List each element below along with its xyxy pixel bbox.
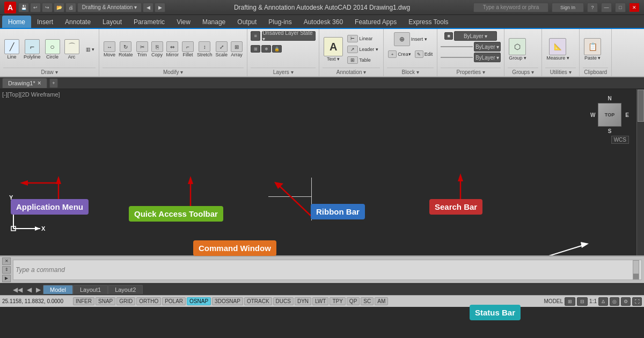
- layer-select[interactable]: Unsaved Layer State ▾: [262, 31, 316, 41]
- search-box[interactable]: Type a keyword or phra: [473, 3, 548, 12]
- tab-home[interactable]: Home: [2, 16, 31, 28]
- bylayer-color[interactable]: ByLayer ▾: [454, 31, 497, 41]
- paste-button[interactable]: 📋 Paste ▾: [583, 37, 602, 62]
- layer-lock-btn[interactable]: 🔒: [272, 45, 282, 53]
- status-3dosnap[interactable]: 3DOSNAP: [212, 297, 243, 305]
- status-ortho[interactable]: ORTHO: [136, 297, 161, 305]
- move-button[interactable]: ↔Move: [103, 40, 116, 58]
- tab-featured[interactable]: Featured Apps: [349, 16, 402, 28]
- command-scrollbar[interactable]: [633, 260, 639, 280]
- status-snap[interactable]: SNAP: [96, 297, 115, 305]
- copy-button[interactable]: ⎘Copy: [150, 40, 164, 58]
- bylayer-lw[interactable]: ByLayer ▾: [474, 53, 501, 62]
- more-draw-btn[interactable]: ▥ ▾: [85, 46, 96, 53]
- anno-vis-icon[interactable]: ◎: [610, 297, 619, 306]
- tab-layout1[interactable]: Layout1: [73, 285, 108, 294]
- array-button[interactable]: ⊞Array: [230, 40, 244, 58]
- save-icon[interactable]: 💾: [18, 3, 29, 12]
- nav-cube[interactable]: N S E W TOP WCS: [590, 95, 629, 134]
- line-button[interactable]: ╱ Line: [3, 38, 20, 61]
- layer-props-btn[interactable]: ⊞: [251, 45, 260, 53]
- nav-left-btn[interactable]: ◀◀: [11, 286, 25, 293]
- tab-autodesk360[interactable]: Autodesk 360: [298, 16, 349, 28]
- command-input-area[interactable]: [13, 260, 642, 280]
- measure-button[interactable]: 📐 Measure ▾: [545, 37, 570, 62]
- fullscreen-icon[interactable]: ⛶: [632, 297, 642, 306]
- tab-parametric[interactable]: Parametric: [128, 16, 171, 28]
- file-tab-close[interactable]: ×: [38, 79, 41, 87]
- trim-button[interactable]: ✂Trim: [135, 40, 149, 58]
- tab-layout2[interactable]: Layout2: [108, 285, 143, 294]
- minimize-icon[interactable]: —: [601, 3, 612, 12]
- status-grid[interactable]: GRID: [116, 297, 135, 305]
- status-lwt[interactable]: LWT: [312, 297, 328, 305]
- tab-manage[interactable]: Manage: [196, 16, 231, 28]
- polyline-button[interactable]: ⌐ Polyline: [23, 38, 42, 61]
- open-icon[interactable]: 📂: [54, 3, 64, 12]
- nav-prev-btn[interactable]: ◀: [25, 286, 34, 293]
- tab-view[interactable]: View: [171, 16, 196, 28]
- status-am[interactable]: AM: [375, 297, 388, 305]
- help-icon[interactable]: ?: [587, 3, 598, 12]
- status-otrack[interactable]: OTRACK: [244, 297, 272, 305]
- create-block-btn[interactable]: +Crea▾: [387, 49, 412, 59]
- fwd-icon[interactable]: ▶: [155, 3, 165, 12]
- tab-insert[interactable]: Insert: [31, 16, 59, 28]
- cube-top[interactable]: TOP: [598, 103, 621, 127]
- status-osnap[interactable]: OSNAP: [187, 297, 211, 305]
- new-tab-btn[interactable]: +: [49, 78, 58, 88]
- restore-icon[interactable]: □: [615, 3, 626, 12]
- hardware-icon[interactable]: ⚙: [621, 297, 631, 306]
- file-tab-drawing1[interactable]: Drawing1* ×: [2, 78, 47, 88]
- back-icon[interactable]: ◀: [143, 3, 153, 12]
- status-dyn[interactable]: DYN: [295, 297, 311, 305]
- circle-button[interactable]: ○ Circle: [44, 38, 61, 61]
- tab-annotate[interactable]: Annotate: [59, 16, 97, 28]
- autocad-logo[interactable]: A: [4, 2, 16, 13]
- viewport-icon2[interactable]: ⊟: [577, 297, 588, 306]
- scrollbar-thumb[interactable]: [638, 90, 644, 122]
- status-ducs[interactable]: DUCS: [273, 297, 294, 305]
- linear-button[interactable]: ⊢ Linear: [346, 34, 379, 43]
- group-button[interactable]: ⬡ Group ▾: [508, 37, 528, 62]
- status-qp[interactable]: QP: [347, 297, 360, 305]
- text-button[interactable]: A Text ▾: [323, 36, 344, 63]
- mirror-button[interactable]: ⇔Mirror: [165, 40, 180, 58]
- cmd-menu-icon[interactable]: ▶: [2, 275, 11, 282]
- cmd-resize-icon[interactable]: ⇕: [2, 266, 11, 274]
- table-button[interactable]: ⊞ Table: [346, 55, 379, 65]
- status-polar[interactable]: POLAR: [162, 297, 186, 305]
- status-sc[interactable]: SC: [361, 297, 374, 305]
- tab-model[interactable]: Model: [43, 285, 73, 294]
- tab-express[interactable]: Express Tools: [402, 16, 454, 28]
- stretch-button[interactable]: ↕Stretch: [196, 40, 214, 58]
- nav-next-btn[interactable]: ▶: [34, 286, 43, 293]
- color-icon[interactable]: ■: [444, 32, 453, 40]
- sign-in-btn[interactable]: Sign In: [552, 3, 584, 12]
- workspace-dropdown[interactable]: Drafting & Annotation ▾: [77, 3, 142, 12]
- tab-plugins[interactable]: Plug-ins: [262, 16, 297, 28]
- command-input[interactable]: [16, 266, 633, 274]
- fillet-button[interactable]: ⌐Fillet: [181, 40, 195, 58]
- layer-icon[interactable]: ≡: [251, 31, 260, 41]
- bylayer-line[interactable]: ByLayer ▾: [474, 42, 501, 52]
- insert-button[interactable]: ⊕ Insert ▾: [393, 31, 428, 47]
- tab-layout[interactable]: Layout: [97, 16, 128, 28]
- rotate-button[interactable]: ↻Rotate: [118, 40, 134, 58]
- scrollbar-right[interactable]: [636, 89, 644, 255]
- edit-block-btn[interactable]: ✎Edit: [414, 49, 434, 59]
- undo-icon[interactable]: ↩: [30, 3, 41, 12]
- cmd-close-icon[interactable]: ✕: [2, 258, 11, 265]
- status-tpy[interactable]: TPY: [330, 297, 345, 305]
- scale-button[interactable]: ⤢Scale: [215, 40, 229, 58]
- leader-button[interactable]: ↗ Leader ▾: [346, 45, 379, 54]
- arc-button[interactable]: ⌒ Arc: [63, 38, 80, 61]
- status-infer[interactable]: INFER: [73, 297, 94, 305]
- redo-icon[interactable]: ↪: [42, 3, 53, 12]
- viewport-icon[interactable]: ⊞: [565, 297, 575, 306]
- close-icon[interactable]: ✕: [629, 3, 640, 12]
- print-icon[interactable]: 🖨: [65, 3, 76, 12]
- anno-scale-icon[interactable]: Δ: [598, 297, 608, 306]
- tab-output[interactable]: Output: [231, 16, 262, 28]
- layer-freeze-btn[interactable]: ❄: [261, 45, 271, 53]
